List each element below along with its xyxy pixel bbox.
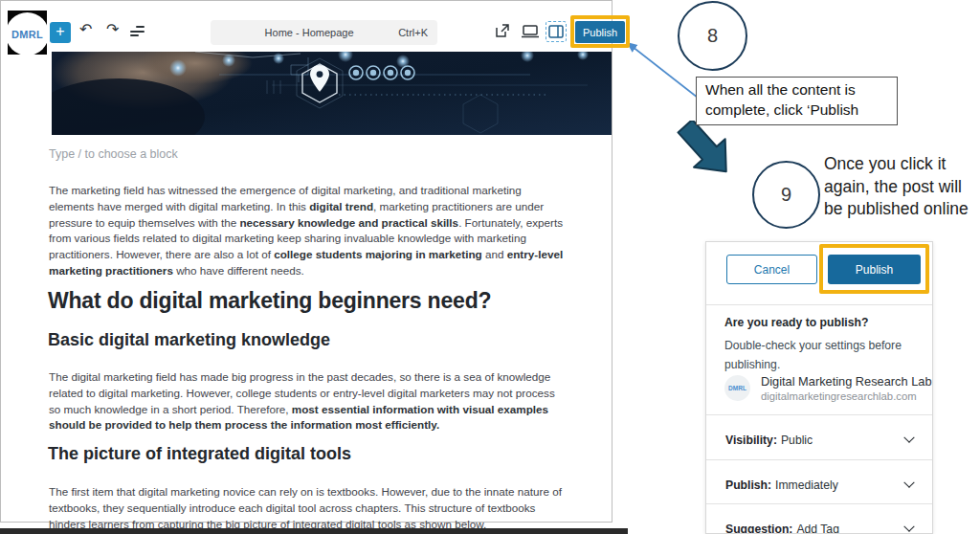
cover-image-block[interactable] [52,52,612,135]
undo-icon[interactable]: ↶ [79,20,92,38]
step8-note: When all the content is complete, click … [696,77,898,125]
empty-block-placeholder[interactable]: Type / to choose a block [49,147,178,161]
site-name: Digital Marketing Research Lab [761,374,932,389]
chevron-down-icon[interactable] [903,433,914,443]
site-logo[interactable]: DMRL [8,11,47,55]
paragraph-block[interactable]: The digital marketing field has made big… [49,369,566,434]
site-url: digitalmarketingresearchlab.com [761,390,917,402]
chevron-down-icon[interactable] [903,478,914,488]
editor-window: DMRL + ↶ ↷ Home - Homepage Ctrl+K [0,0,612,523]
step-circle-8: 8 [678,1,747,71]
divider [706,459,932,460]
step-circle-9: 9 [752,161,820,229]
publish-time-label: Publish: [725,478,771,492]
document-title-bar[interactable]: Home - Homepage Ctrl+K [211,20,437,45]
add-block-button[interactable]: + [50,22,71,43]
step9-note: Once you click it again, the post will b… [824,153,980,221]
divider [706,414,932,415]
double-check-text: Double-check your settings before publis… [724,337,906,374]
suggestion-row[interactable]: Suggestion: Add Tag [706,516,932,534]
suggestion-label: Suggestion: [725,523,792,534]
down-right-arrow [664,121,746,193]
suggestion-value: Add Tag [796,523,839,534]
divider [706,503,932,504]
publish-time-value: Immediately [775,478,838,492]
pre-publish-panel: Cancel Publish Are you ready to publish?… [705,241,933,534]
site-avatar-text: DMRL [728,385,746,391]
screenshot-root: DMRL + ↶ ↷ Home - Homepage Ctrl+K [0,0,980,534]
step-number-8: 8 [707,25,718,47]
plus-icon: + [56,23,64,39]
view-site-icon[interactable] [495,23,510,38]
step-number-9: 9 [781,184,791,206]
document-title: Home - Homepage [220,27,398,38]
paragraph-block[interactable]: The first item that digital marketing no… [49,484,571,532]
visibility-label: Visibility: [725,434,777,447]
sidebar-toggle-icon [548,25,564,38]
visibility-row[interactable]: Visibility: Public [706,427,932,454]
publish-time-row[interactable]: Publish: Immediately [706,472,932,499]
divider [706,304,932,305]
bottom-crop-bar [0,528,628,534]
site-logo-text: DMRL [11,29,43,40]
list-view-icon[interactable] [130,26,145,37]
visibility-value: Public [781,434,813,447]
site-logo-circle: DMRL [8,12,47,55]
settings-sidebar-toggle[interactable] [546,21,567,42]
cancel-button[interactable]: Cancel [726,255,817,284]
heading-block-h3-integrated-tools[interactable]: The picture of integrated digital tools [48,444,593,464]
redo-icon[interactable]: ↷ [106,20,119,38]
publish-button[interactable]: Publish [575,21,625,43]
heading-block-h3-basic-knowledge[interactable]: Basic digital marketing knowledge [48,330,593,350]
command-shortcut: Ctrl+K [398,27,428,38]
ready-question: Are you ready to publish? [724,316,868,329]
site-avatar: DMRL [724,375,750,401]
paragraph-block[interactable]: The marketing field has witnessed the em… [49,183,566,279]
chevron-down-icon[interactable] [903,522,914,532]
panel-publish-button[interactable]: Publish [828,255,921,284]
heading-block-h2[interactable]: What do digital marketing beginners need… [48,288,593,314]
preview-icon[interactable] [521,25,540,38]
